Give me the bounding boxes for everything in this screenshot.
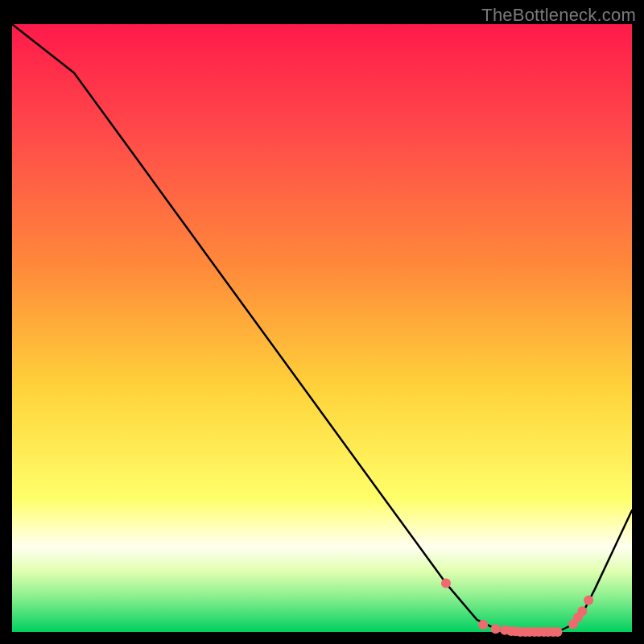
curve-marker <box>491 624 501 634</box>
curve-marker <box>478 620 488 630</box>
chart-stage: { "attribution": "TheBottleneck.com", "c… <box>0 0 644 644</box>
curve-marker <box>577 606 587 616</box>
curve-marker <box>584 596 593 605</box>
chart-svg <box>0 0 644 644</box>
curve-marker <box>553 627 563 637</box>
curve-marker <box>441 579 451 588</box>
attribution-text: TheBottleneck.com <box>481 5 636 26</box>
